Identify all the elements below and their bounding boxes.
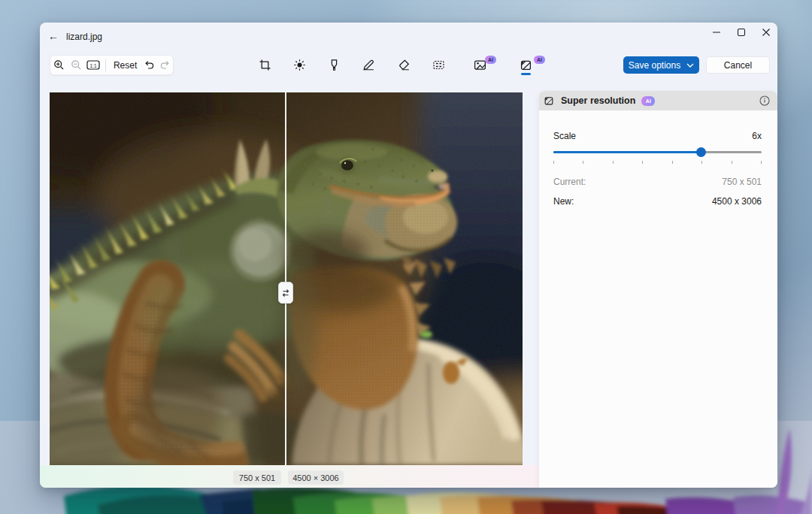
svg-text:1:1: 1:1 (90, 63, 97, 68)
